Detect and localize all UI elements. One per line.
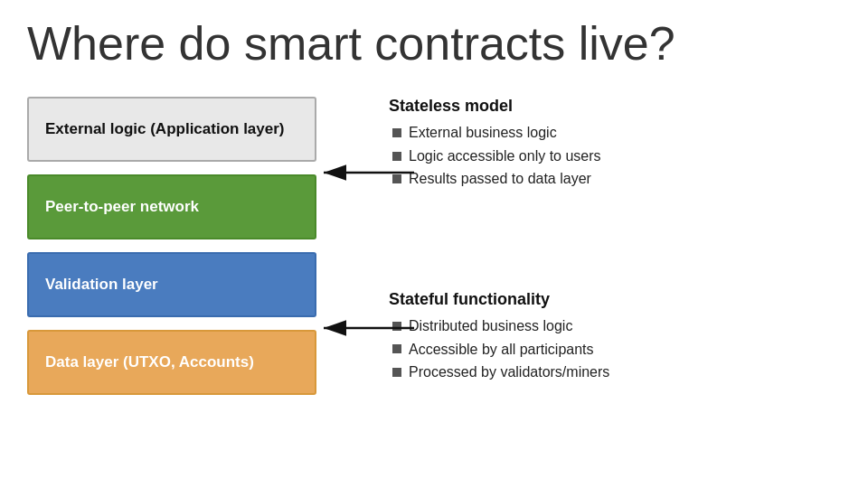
content-area: External logic (Application layer)Peer-t… xyxy=(27,97,841,406)
layer-label-p2p: Peer-to-peer network xyxy=(45,198,199,216)
stateless-title: Stateless model xyxy=(389,97,841,116)
stateless-item-1: Logic accessible only to users xyxy=(392,145,841,168)
stateful-section: Stateful functionality Distributed busin… xyxy=(389,290,841,384)
stateful-item-1: Accessible by all participants xyxy=(392,338,841,361)
stateless-item-text: Results passed to data layer xyxy=(409,167,591,191)
bullet-icon xyxy=(392,368,401,377)
stateful-item-2: Processed by validators/miners xyxy=(392,361,841,384)
layer-label-validation: Validation layer xyxy=(45,276,158,294)
stateless-item-text: External business logic xyxy=(409,121,557,145)
bullet-icon xyxy=(392,152,401,161)
stateless-item-0: External business logic xyxy=(392,121,841,145)
stateful-list: Distributed business logicAccessible by … xyxy=(389,314,841,384)
layer-box-validation: Validation layer xyxy=(27,252,316,317)
bullet-icon xyxy=(392,174,401,183)
layer-box-external: External logic (Application layer) xyxy=(27,97,316,162)
page-title: Where do smart contracts live? xyxy=(27,18,841,70)
stateless-section: Stateless model External business logicL… xyxy=(389,97,841,191)
layer-label-external: External logic (Application layer) xyxy=(45,120,285,138)
bullet-icon xyxy=(392,322,401,331)
stateful-item-text: Processed by validators/miners xyxy=(409,361,609,384)
stateless-list: External business logicLogic accessible … xyxy=(389,121,841,191)
right-panel: Stateless model External business logicL… xyxy=(335,97,841,406)
stateless-item-text: Logic accessible only to users xyxy=(409,145,601,168)
stateful-item-text: Distributed business logic xyxy=(409,314,572,338)
layer-box-data: Data layer (UTXO, Accounts) xyxy=(27,330,316,395)
stateful-title: Stateful functionality xyxy=(389,290,841,309)
layer-box-p2p: Peer-to-peer network xyxy=(27,174,316,239)
bullet-icon xyxy=(392,128,401,137)
layer-label-data: Data layer (UTXO, Accounts) xyxy=(45,353,254,371)
stateless-item-2: Results passed to data layer xyxy=(392,167,841,191)
slide: Where do smart contracts live? External … xyxy=(0,0,868,488)
stateful-item-text: Accessible by all participants xyxy=(409,338,594,361)
stateful-item-0: Distributed business logic xyxy=(392,314,841,338)
layers-column: External logic (Application layer)Peer-t… xyxy=(27,97,335,395)
bullet-icon xyxy=(392,344,401,353)
